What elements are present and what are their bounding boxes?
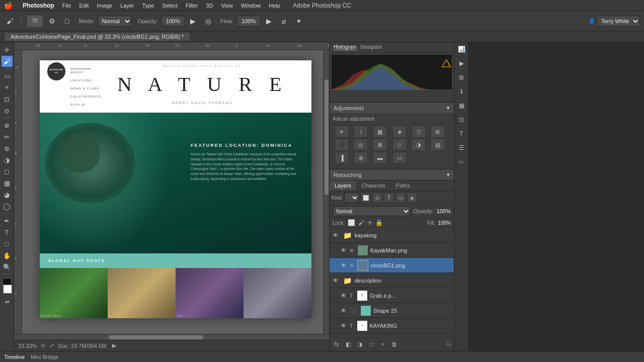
history-tool[interactable]: ◑ <box>2 154 13 165</box>
layers-delete-btn[interactable]: 🗑 <box>389 339 399 349</box>
adj-threshold[interactable]: ▐ <box>335 152 349 164</box>
adj-exposure[interactable]: ▦ <box>373 126 387 138</box>
brush-preview-btn[interactable]: □ <box>61 15 73 27</box>
background-color[interactable] <box>3 285 12 294</box>
layers-filter-type[interactable]: T <box>384 193 394 203</box>
zoom-tool[interactable]: 🔍 <box>2 261 13 273</box>
menu-help[interactable]: Help <box>269 3 280 9</box>
layer-vis-kayaking[interactable]: 👁 <box>332 231 340 239</box>
mode-select[interactable]: Normal Multiply Screen <box>98 16 132 27</box>
blur-tool[interactable]: ◕ <box>2 189 13 200</box>
layers-filter-adjust[interactable]: ⊙ <box>372 193 382 203</box>
layer-grab-p[interactable]: 👁 T T Grab a p... <box>330 288 454 303</box>
vertical-scrollbar-thumb[interactable] <box>325 79 329 195</box>
tab-paths[interactable]: Paths <box>391 180 416 191</box>
layers-filter-smart[interactable]: ◈ <box>407 193 417 203</box>
adj-selective-color[interactable]: ⊕ <box>354 152 368 164</box>
opacity-input[interactable] <box>161 16 185 27</box>
canvas-area[interactable]: -18 0 6 12 18 24 30 3 -4 -10 -16 -22 -28… <box>14 42 329 351</box>
brush-tool[interactable]: 🖌 <box>2 56 13 67</box>
ricon-grid[interactable]: ⊞ <box>454 70 468 84</box>
layers-fx-btn[interactable]: fx <box>332 339 342 349</box>
tab-channels[interactable]: Channels <box>357 180 390 191</box>
ricon-histogram[interactable]: 📊 <box>454 42 468 56</box>
horizontal-scrollbar-thumb[interactable] <box>109 335 203 339</box>
layers-kind-select[interactable] <box>344 193 359 203</box>
color-swap-btn[interactable]: ⇄ <box>2 296 13 307</box>
pen-tool[interactable]: ✒ <box>2 215 13 226</box>
layer-vis-grab-p[interactable]: 👁 <box>340 292 348 300</box>
dodge-tool[interactable]: ◯ <box>2 201 13 212</box>
adj-colorbalance[interactable]: ⊞ <box>431 126 445 138</box>
adjustments-header[interactable]: Adjustments ▾ <box>330 103 454 113</box>
adj-invert[interactable]: ◑ <box>412 139 426 151</box>
menu-select[interactable]: Select <box>162 3 178 9</box>
flow-input[interactable] <box>236 16 261 27</box>
layer-vis-description[interactable]: 👁 <box>332 277 340 285</box>
status-icon-1[interactable]: ⊙ <box>41 342 45 349</box>
menu-type[interactable]: Type <box>142 3 154 9</box>
adj-gradient-map[interactable]: ▭ <box>392 152 407 164</box>
lock-transparent[interactable]: ⬜ <box>348 219 355 226</box>
layers-mode-select[interactable]: Normal Multiply Screen <box>333 206 411 216</box>
play-btn[interactable]: ▶ <box>112 342 116 349</box>
navigator-tab[interactable]: Navigator <box>361 44 382 50</box>
eyedropper-tool[interactable]: ⊘ <box>2 105 13 116</box>
ricon-layers-grid[interactable]: ▦ <box>454 99 468 113</box>
tab-layers[interactable]: Layers <box>330 180 357 191</box>
opacity-expand-btn[interactable]: ▶ <box>187 15 199 27</box>
ricon-info[interactable]: ℹ <box>454 84 468 99</box>
menu-file[interactable]: File <box>62 3 71 9</box>
menu-layer[interactable]: Layer <box>120 3 134 9</box>
vertical-scrollbar[interactable] <box>323 50 329 340</box>
hand-tool[interactable]: ✋ <box>2 250 13 261</box>
brush-tool-btn[interactable]: 🖌 <box>4 15 16 27</box>
layer-shape25[interactable]: 👁 ⬛ Shape 25 <box>330 303 454 318</box>
lasso-tool[interactable]: ⌖ <box>2 82 13 93</box>
eraser-tool[interactable]: ◻ <box>2 166 13 177</box>
histogram-tab[interactable]: Histogram <box>334 44 357 50</box>
adj-channel-mixer[interactable]: ⊠ <box>373 139 387 151</box>
airbrush-btn[interactable]: ◎ <box>202 15 214 27</box>
layers-new-btn[interactable]: + <box>378 339 388 349</box>
tab-mini-bridge[interactable]: Mini Bridge <box>31 354 58 360</box>
healing-tool[interactable]: ⊕ <box>2 120 13 131</box>
menu-3d[interactable]: 3D <box>206 3 213 9</box>
layer-circlebg1[interactable]: 👁 ⊞ circleBG1.png <box>330 258 454 273</box>
menu-image[interactable]: Image <box>97 3 112 9</box>
horizontal-scrollbar[interactable] <box>14 334 329 340</box>
layer-vis-shape25[interactable]: 👁 <box>340 307 348 315</box>
layer-vis-kayaking-text[interactable]: 👁 <box>340 322 348 330</box>
lock-position[interactable]: ✛ <box>367 219 372 226</box>
paint-tool[interactable]: ✏ <box>2 131 13 142</box>
ricon-panels[interactable]: ☰ <box>454 141 468 155</box>
menu-edit[interactable]: Edit <box>79 3 89 9</box>
layer-kayaking[interactable]: 👁 📁 kayaking <box>330 228 454 243</box>
clone-tool[interactable]: ⊛ <box>2 143 13 154</box>
ricon-play[interactable]: ▶ <box>454 56 468 70</box>
menu-window[interactable]: Window <box>241 3 261 9</box>
adj-brightness[interactable]: ☀ <box>335 126 349 138</box>
move-tool[interactable]: ✛ <box>2 44 13 55</box>
lock-brush[interactable]: 🖌 <box>358 219 364 226</box>
layers-mask-btn[interactable]: ◧ <box>343 339 353 349</box>
layer-description[interactable]: 👁 📁 description <box>330 273 454 288</box>
retouching-header[interactable]: Retouching ▾ <box>330 169 454 180</box>
adj-bw[interactable]: ⬛ <box>335 139 349 151</box>
adj-hsl[interactable]: ▽ <box>412 126 426 138</box>
layer-kayaking-text[interactable]: 👁 T T KAYAKING <box>330 318 454 333</box>
tab-timeline[interactable]: Timeline <box>4 354 25 360</box>
smoothing-btn[interactable]: ⌀ <box>278 15 290 27</box>
brush-options-btn[interactable]: ⚙ <box>46 15 58 27</box>
layers-filter-shape[interactable]: ▭ <box>395 193 406 203</box>
document-tab[interactable]: AdventureCoHomePage_Final.psd @ 33.3% (c… <box>4 32 190 41</box>
adj-colorlookup[interactable]: ◇ <box>392 139 407 151</box>
adj-posterize[interactable]: ▤ <box>431 139 445 151</box>
ricon-type[interactable]: T <box>454 127 468 141</box>
shape-tool[interactable]: □ <box>2 238 13 249</box>
adj-curves[interactable]: ⌇ <box>354 126 368 138</box>
adj-levels[interactable]: ▬ <box>373 152 387 164</box>
marquee-tool[interactable]: ▭ <box>2 70 13 81</box>
layer-kayakman[interactable]: 👁 ⊞ KayakMan.png <box>330 243 454 258</box>
layer-vis-circlebg1[interactable]: 👁 <box>340 261 348 269</box>
